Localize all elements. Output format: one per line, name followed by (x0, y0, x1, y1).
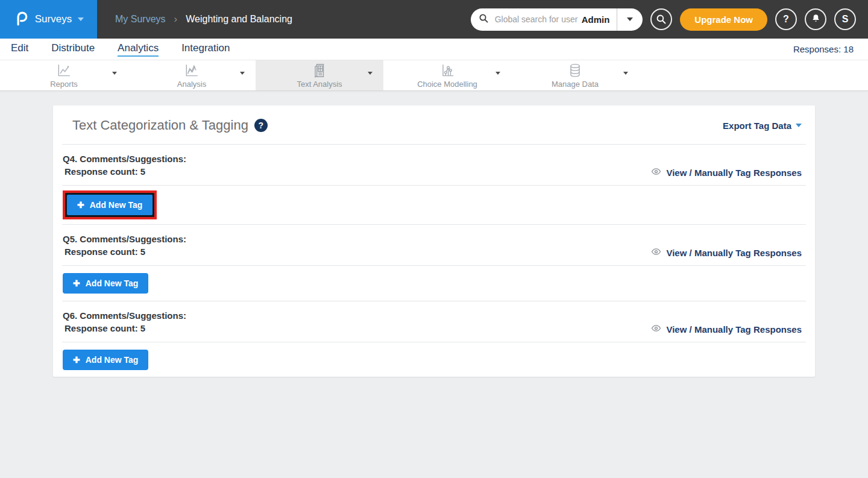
bell-icon (811, 13, 821, 26)
search-button[interactable] (650, 8, 672, 30)
responses-count: Responses: 18 (793, 44, 854, 54)
breadcrumb: My Surveys › Weighting and Balancing (97, 0, 292, 39)
search-scope-dropdown[interactable] (617, 8, 643, 31)
tab-manage-data[interactable]: Manage Data (511, 60, 639, 90)
global-search-input[interactable] (494, 14, 579, 25)
surveys-menu[interactable]: Surveys (0, 0, 97, 39)
nav-item-analytics[interactable]: Analytics (118, 42, 159, 57)
analytics-tab-bar: Reports Analysis Text Analysis Choice Mo… (0, 60, 868, 91)
breadcrumb-my-surveys[interactable]: My Surveys (115, 14, 166, 25)
tab-reports-caret-icon[interactable] (112, 72, 117, 75)
line-chart-icon (184, 63, 200, 78)
tab-text-analysis-label: Text Analysis (297, 80, 342, 89)
view-manually-tag-link-q4[interactable]: View / Manually Tag Responses (651, 167, 802, 178)
view-manually-tag-link-q6[interactable]: View / Manually Tag Responses (651, 324, 802, 335)
export-tag-data-dropdown[interactable]: Export Tag Data (723, 121, 802, 131)
view-link-label: View / Manually Tag Responses (666, 248, 802, 258)
tab-analysis[interactable]: Analysis (128, 60, 256, 90)
tab-manage-data-caret-icon[interactable] (623, 72, 628, 75)
question-section-q5: Q5. Comments/Suggestions: Response count… (53, 225, 815, 301)
tab-choice-modelling-caret-icon[interactable] (495, 72, 500, 75)
question-header: Q6. Comments/Suggestions: Response count… (53, 301, 815, 342)
response-count: Response count: 5 (63, 165, 186, 178)
page-title: Text Categorization & Tagging (72, 118, 248, 133)
breadcrumb-separator: › (174, 13, 178, 25)
search-icon (479, 13, 489, 26)
upgrade-now-button[interactable]: Upgrade Now (680, 8, 767, 31)
tab-reports-label: Reports (50, 80, 78, 89)
tab-manage-data-label: Manage Data (552, 80, 599, 89)
chevron-down-icon (796, 124, 802, 127)
questionpro-logo-icon (13, 10, 29, 28)
tab-choice-modelling-label: Choice Modelling (417, 80, 477, 89)
question-info: Q6. Comments/Suggestions: Response count… (63, 309, 186, 335)
main-content: Text Categorization & Tagging ? Export T… (0, 91, 868, 377)
add-new-tag-label: Add New Tag (90, 200, 143, 210)
add-tag-row: ✚ Add New Tag (53, 186, 815, 224)
add-new-tag-button-q4[interactable]: ✚ Add New Tag (67, 195, 153, 215)
chevron-down-icon (627, 17, 633, 21)
add-tag-row: ✚ Add New Tag (53, 342, 815, 377)
question-header: Q5. Comments/Suggestions: Response count… (53, 225, 815, 265)
plus-icon: ✚ (73, 356, 80, 364)
database-icon (567, 63, 583, 78)
add-new-tag-button-q6[interactable]: ✚ Add New Tag (63, 350, 148, 370)
nav-item-distribute[interactable]: Distribute (51, 42, 95, 57)
view-link-label: View / Manually Tag Responses (666, 168, 802, 178)
question-section-q6: Q6. Comments/Suggestions: Response count… (53, 301, 815, 377)
avatar[interactable]: S (834, 8, 856, 30)
add-tag-row: ✚ Add New Tag (53, 266, 815, 301)
nav-item-integration[interactable]: Integration (181, 42, 230, 57)
avatar-initial: S (842, 14, 849, 25)
tab-analysis-caret-icon[interactable] (240, 72, 245, 75)
plus-icon: ✚ (77, 201, 84, 209)
view-link-label: View / Manually Tag Responses (666, 324, 802, 335)
breadcrumb-current-survey: Weighting and Balancing (186, 14, 292, 25)
topbar-actions: Admin Upgrade Now ? S (471, 0, 868, 39)
add-new-tag-label: Add New Tag (86, 278, 139, 288)
question-mark-icon: ? (783, 14, 789, 25)
question-info: Q4. Comments/Suggestions: Response count… (63, 153, 186, 178)
question-section-q4: Q4. Comments/Suggestions: Response count… (53, 145, 815, 225)
tab-analysis-label: Analysis (177, 80, 206, 89)
eye-icon (651, 167, 661, 178)
eye-icon (651, 324, 661, 335)
export-tag-data-label: Export Tag Data (723, 121, 791, 131)
highlight-annotation: ✚ Add New Tag (63, 190, 157, 219)
response-count: Response count: 5 (63, 322, 186, 335)
surveys-menu-label: Surveys (35, 13, 72, 25)
add-new-tag-label: Add New Tag (86, 355, 139, 365)
card-header: Text Categorization & Tagging ? Export T… (53, 105, 815, 144)
scatter-chart-icon (439, 63, 455, 78)
help-icon[interactable]: ? (254, 119, 268, 132)
plus-icon: ✚ (73, 279, 80, 288)
eye-icon (651, 247, 661, 258)
search-scope-selector[interactable]: Admin (579, 14, 617, 25)
question-title: Q5. Comments/Suggestions: (63, 233, 186, 245)
tab-text-analysis-caret-icon[interactable] (368, 72, 373, 75)
nav-item-edit[interactable]: Edit (11, 42, 28, 57)
view-manually-tag-link-q5[interactable]: View / Manually Tag Responses (651, 247, 802, 258)
global-search-bar: Admin (471, 8, 643, 31)
help-button[interactable]: ? (775, 8, 797, 30)
document-grid-icon (312, 63, 327, 78)
question-header: Q4. Comments/Suggestions: Response count… (53, 145, 815, 185)
line-chart-icon (56, 63, 72, 78)
tab-choice-modelling[interactable]: Choice Modelling (383, 60, 511, 90)
response-count: Response count: 5 (63, 245, 186, 258)
survey-section-nav: Edit Distribute Analytics Integration Re… (0, 39, 868, 60)
add-new-tag-button-q5[interactable]: ✚ Add New Tag (63, 273, 148, 294)
notifications-button[interactable] (805, 8, 826, 30)
tab-reports[interactable]: Reports (0, 60, 128, 90)
question-title: Q6. Comments/Suggestions: (63, 309, 186, 322)
question-title: Q4. Comments/Suggestions: (63, 153, 186, 165)
question-info: Q5. Comments/Suggestions: Response count… (63, 233, 186, 258)
surveys-caret-icon (78, 17, 84, 21)
tab-text-analysis[interactable]: Text Analysis (256, 60, 383, 90)
top-bar: Surveys My Surveys › Weighting and Balan… (0, 0, 868, 39)
text-tagging-card: Text Categorization & Tagging ? Export T… (53, 105, 815, 377)
